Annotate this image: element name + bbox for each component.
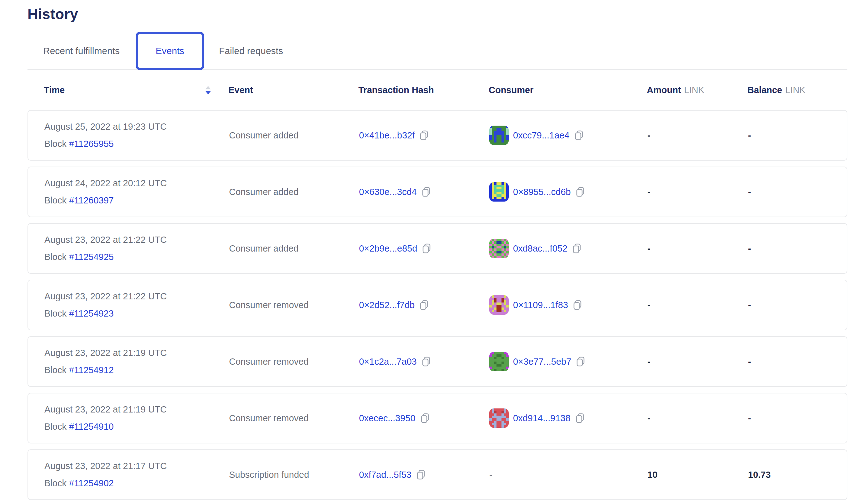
copy-icon (572, 243, 582, 254)
block-label: Block (44, 365, 67, 375)
amount-cell: - (648, 413, 748, 423)
consumer-address-link[interactable]: 0xcc79...1ae4 (513, 130, 570, 141)
balance-cell: - (748, 130, 847, 141)
table-row: August 23, 2022 at 21:17 UTC Block #1125… (27, 450, 847, 500)
block-number-link[interactable]: #11254925 (69, 252, 114, 262)
transaction-copy-button[interactable] (416, 469, 426, 480)
amount-cell: - (648, 130, 748, 141)
transaction-hash-cell: 0xecec...3950 (359, 412, 489, 424)
consumer-avatar (489, 126, 509, 145)
time-cell: August 23, 2022 at 21:22 UTC Block #1125… (44, 235, 229, 262)
transaction-copy-button[interactable] (419, 130, 429, 141)
time-cell: August 23, 2022 at 21:17 UTC Block #1125… (44, 461, 229, 488)
event-cell: Consumer added (229, 187, 359, 197)
column-header-balance: BalanceLINK (747, 85, 847, 95)
time-header-label: Time (44, 85, 65, 95)
amount-link-unit: LINK (684, 85, 704, 95)
row-block: Block #11254902 (44, 478, 229, 488)
transaction-hash-cell: 0×2d52...f7db (359, 299, 489, 311)
transaction-hash-link[interactable]: 0×630e...3cd4 (359, 187, 417, 197)
block-label: Block (44, 252, 67, 262)
consumer-avatar (489, 295, 509, 315)
amount-cell: - (648, 187, 748, 197)
transaction-copy-button[interactable] (421, 356, 431, 367)
consumer-address-link[interactable]: 0xd914...9138 (513, 413, 571, 423)
sort-descending-icon[interactable] (205, 86, 211, 94)
consumer-address-link[interactable]: 0xd8ac...f052 (513, 243, 568, 254)
balance-cell: - (748, 356, 847, 367)
event-cell: Consumer removed (229, 356, 359, 367)
amount-cell: - (648, 356, 748, 367)
table-row: August 23, 2022 at 21:19 UTC Block #1125… (27, 336, 847, 387)
copy-icon (575, 356, 585, 367)
copy-icon (575, 412, 585, 424)
consumer-copy-button[interactable] (574, 130, 584, 141)
transaction-copy-button[interactable] (422, 243, 432, 254)
transaction-hash-cell: 0×630e...3cd4 (359, 186, 489, 197)
copy-icon (421, 186, 431, 197)
transaction-hash-link[interactable]: 0×2b9e...e85d (359, 243, 417, 254)
block-label: Block (44, 422, 67, 432)
events-table-body: August 25, 2022 at 19:23 UTC Block #1126… (27, 110, 847, 500)
row-date: August 24, 2022 at 20:12 UTC (44, 178, 229, 189)
table-header: Time Event Transaction Hash Consumer Amo… (27, 70, 847, 110)
consumer-copy-button[interactable] (572, 299, 582, 311)
column-header-time[interactable]: Time (44, 85, 228, 95)
copy-icon (419, 299, 429, 311)
consumer-cell: 0×1109...1f83 (489, 295, 648, 315)
block-label: Block (44, 308, 67, 318)
row-date: August 23, 2022 at 21:22 UTC (44, 235, 229, 245)
time-cell: August 23, 2022 at 21:19 UTC Block #1125… (44, 405, 229, 432)
column-header-event: Event (228, 85, 358, 95)
tab-failed-requests[interactable]: Failed requests (219, 46, 283, 56)
time-cell: August 25, 2022 at 19:23 UTC Block #1126… (44, 122, 229, 149)
block-number-link[interactable]: #11254910 (69, 422, 114, 432)
sort-up-arrow-icon (205, 86, 211, 89)
transaction-copy-button[interactable] (420, 412, 430, 424)
block-label: Block (44, 139, 67, 149)
transaction-hash-link[interactable]: 0xf7ad...5f53 (359, 470, 411, 480)
consumer-address-link[interactable]: 0×8955...cd6b (513, 187, 571, 197)
event-cell: Consumer added (229, 130, 359, 141)
time-cell: August 23, 2022 at 21:22 UTC Block #1125… (44, 291, 229, 319)
consumer-copy-button[interactable] (572, 243, 582, 254)
transaction-copy-button[interactable] (421, 186, 431, 197)
block-number-link[interactable]: #11254923 (69, 308, 114, 318)
row-block: Block #11254923 (44, 308, 229, 319)
transaction-hash-cell: 0xf7ad...5f53 (359, 469, 489, 480)
balance-cell: - (748, 243, 847, 254)
row-date: August 23, 2022 at 21:17 UTC (44, 461, 229, 471)
transaction-hash-link[interactable]: 0×41be...b32f (359, 130, 415, 141)
consumer-copy-button[interactable] (575, 412, 585, 424)
row-date: August 23, 2022 at 21:19 UTC (44, 405, 229, 415)
row-block: Block #11254910 (44, 422, 229, 432)
transaction-copy-button[interactable] (419, 299, 429, 311)
consumer-copy-button[interactable] (575, 186, 585, 197)
copy-icon (422, 243, 432, 254)
block-number-link[interactable]: #11260397 (69, 195, 114, 205)
tab-recent-fulfillments[interactable]: Recent fulfillments (43, 46, 120, 56)
consumer-avatar (489, 408, 509, 428)
transaction-hash-link[interactable]: 0×2d52...f7db (359, 300, 415, 310)
consumer-address-link: - (489, 470, 492, 480)
consumer-address-link[interactable]: 0×3e77...5eb7 (513, 356, 571, 367)
table-row: August 24, 2022 at 20:12 UTC Block #1126… (27, 167, 847, 217)
transaction-hash-cell: 0×1c2a...7a03 (359, 356, 489, 367)
consumer-address-link[interactable]: 0×1109...1f83 (513, 300, 568, 310)
block-number-link[interactable]: #11254912 (69, 365, 114, 375)
sort-down-arrow-icon (205, 91, 211, 94)
transaction-hash-link[interactable]: 0xecec...3950 (359, 413, 415, 423)
balance-cell: 10.73 (748, 470, 847, 480)
consumer-copy-button[interactable] (575, 356, 585, 367)
event-cell: Consumer removed (229, 300, 359, 310)
transaction-hash-link[interactable]: 0×1c2a...7a03 (359, 356, 417, 367)
table-row: August 23, 2022 at 21:22 UTC Block #1125… (27, 223, 847, 274)
block-number-link[interactable]: #11254902 (69, 478, 114, 488)
balance-link-unit: LINK (785, 85, 805, 95)
amount-cell: - (648, 243, 748, 254)
tab-events[interactable]: Events (136, 32, 204, 70)
copy-icon (416, 469, 426, 480)
amount-cell: 10 (648, 470, 748, 480)
balance-cell: - (748, 300, 847, 310)
block-number-link[interactable]: #11265955 (69, 139, 114, 149)
